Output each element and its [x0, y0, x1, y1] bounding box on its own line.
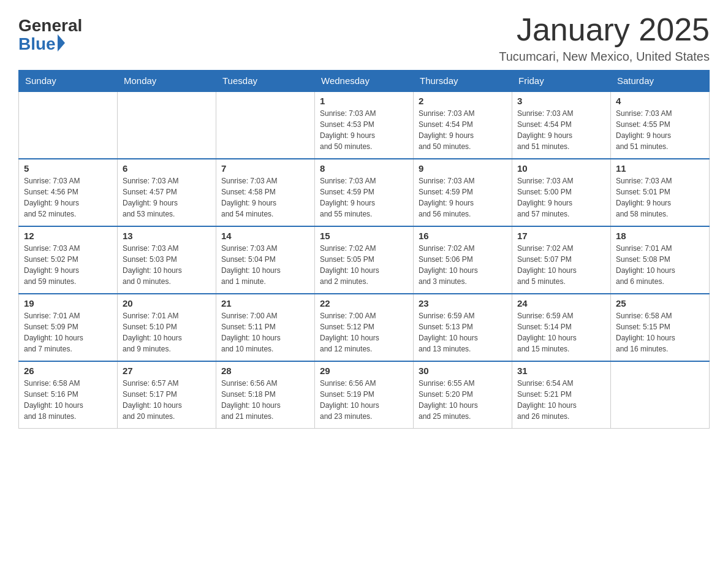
weekday-header-row: SundayMondayTuesdayWednesdayThursdayFrid…: [19, 71, 710, 92]
calendar-subtitle: Tucumcari, New Mexico, United States: [499, 50, 710, 64]
day-number: 7: [221, 163, 309, 174]
calendar-cell: 25Sunrise: 6:58 AM Sunset: 5:15 PM Dayli…: [611, 294, 710, 361]
day-info: Sunrise: 6:56 AM Sunset: 5:19 PM Dayligh…: [320, 378, 408, 422]
calendar-cell: 14Sunrise: 7:03 AM Sunset: 5:04 PM Dayli…: [216, 226, 315, 294]
weekday-header-sunday: Sunday: [19, 71, 118, 92]
logo: General Blue: [18, 17, 82, 54]
day-number: 1: [320, 96, 408, 106]
weekday-header-friday: Friday: [512, 71, 611, 92]
calendar-cell: 16Sunrise: 7:02 AM Sunset: 5:06 PM Dayli…: [414, 226, 512, 294]
calendar-cell: 1Sunrise: 7:03 AM Sunset: 4:53 PM Daylig…: [315, 91, 414, 159]
calendar-cell: 31Sunrise: 6:54 AM Sunset: 5:21 PM Dayli…: [512, 361, 611, 429]
calendar-cell: 11Sunrise: 7:03 AM Sunset: 5:01 PM Dayli…: [611, 159, 710, 226]
calendar-cell: 30Sunrise: 6:55 AM Sunset: 5:20 PM Dayli…: [414, 361, 512, 429]
day-info: Sunrise: 7:01 AM Sunset: 5:09 PM Dayligh…: [24, 310, 112, 354]
day-info: Sunrise: 6:59 AM Sunset: 5:14 PM Dayligh…: [517, 310, 605, 354]
calendar-cell: [118, 91, 216, 159]
calendar-cell: 6Sunrise: 7:03 AM Sunset: 4:57 PM Daylig…: [118, 159, 216, 226]
calendar-cell: [216, 91, 315, 159]
calendar-cell: 27Sunrise: 6:57 AM Sunset: 5:17 PM Dayli…: [118, 361, 216, 429]
calendar-cell: 26Sunrise: 6:58 AM Sunset: 5:16 PM Dayli…: [19, 361, 118, 429]
calendar-cell: 13Sunrise: 7:03 AM Sunset: 5:03 PM Dayli…: [118, 226, 216, 294]
calendar-cell: 23Sunrise: 6:59 AM Sunset: 5:13 PM Dayli…: [414, 294, 512, 361]
calendar-cell: 28Sunrise: 6:56 AM Sunset: 5:18 PM Dayli…: [216, 361, 315, 429]
day-info: Sunrise: 7:03 AM Sunset: 4:54 PM Dayligh…: [419, 108, 507, 152]
calendar-cell: 15Sunrise: 7:02 AM Sunset: 5:05 PM Dayli…: [315, 226, 414, 294]
day-info: Sunrise: 6:55 AM Sunset: 5:20 PM Dayligh…: [419, 378, 507, 422]
weekday-header-wednesday: Wednesday: [315, 71, 414, 92]
weekday-header-monday: Monday: [118, 71, 216, 92]
calendar-cell: 10Sunrise: 7:03 AM Sunset: 5:00 PM Dayli…: [512, 159, 611, 226]
calendar-cell: 4Sunrise: 7:03 AM Sunset: 4:55 PM Daylig…: [611, 91, 710, 159]
day-info: Sunrise: 6:59 AM Sunset: 5:13 PM Dayligh…: [419, 310, 507, 354]
calendar-cell: 8Sunrise: 7:03 AM Sunset: 4:59 PM Daylig…: [315, 159, 414, 226]
day-info: Sunrise: 7:03 AM Sunset: 4:53 PM Dayligh…: [320, 108, 408, 152]
day-info: Sunrise: 7:01 AM Sunset: 5:10 PM Dayligh…: [123, 310, 211, 354]
calendar-cell: 9Sunrise: 7:03 AM Sunset: 4:59 PM Daylig…: [414, 159, 512, 226]
day-number: 27: [123, 366, 211, 376]
calendar-cell: 5Sunrise: 7:03 AM Sunset: 4:56 PM Daylig…: [19, 159, 118, 226]
day-number: 3: [517, 96, 605, 106]
day-number: 9: [419, 163, 507, 174]
calendar-cell: 29Sunrise: 6:56 AM Sunset: 5:19 PM Dayli…: [315, 361, 414, 429]
day-number: 21: [221, 298, 309, 308]
day-number: 10: [517, 163, 605, 174]
calendar-cell: 2Sunrise: 7:03 AM Sunset: 4:54 PM Daylig…: [414, 91, 512, 159]
day-number: 2: [419, 96, 507, 106]
day-info: Sunrise: 7:03 AM Sunset: 5:03 PM Dayligh…: [123, 243, 211, 287]
calendar-cell: [611, 361, 710, 429]
day-number: 11: [616, 163, 704, 174]
day-info: Sunrise: 7:01 AM Sunset: 5:08 PM Dayligh…: [616, 243, 704, 287]
calendar-title: January 2025: [499, 12, 710, 47]
calendar-cell: 12Sunrise: 7:03 AM Sunset: 5:02 PM Dayli…: [19, 226, 118, 294]
day-info: Sunrise: 7:02 AM Sunset: 5:06 PM Dayligh…: [419, 243, 507, 287]
calendar-cell: 22Sunrise: 7:00 AM Sunset: 5:12 PM Dayli…: [315, 294, 414, 361]
calendar-cell: 21Sunrise: 7:00 AM Sunset: 5:11 PM Dayli…: [216, 294, 315, 361]
day-number: 31: [517, 366, 605, 376]
day-number: 13: [123, 231, 211, 241]
day-info: Sunrise: 6:56 AM Sunset: 5:18 PM Dayligh…: [221, 378, 309, 422]
calendar-week-row: 12Sunrise: 7:03 AM Sunset: 5:02 PM Dayli…: [19, 226, 710, 294]
day-number: 15: [320, 231, 408, 241]
calendar-week-row: 26Sunrise: 6:58 AM Sunset: 5:16 PM Dayli…: [19, 361, 710, 429]
logo-triangle-icon: [58, 34, 65, 52]
day-info: Sunrise: 6:57 AM Sunset: 5:17 PM Dayligh…: [123, 378, 211, 422]
day-number: 5: [24, 163, 112, 174]
calendar-cell: 3Sunrise: 7:03 AM Sunset: 4:54 PM Daylig…: [512, 91, 611, 159]
day-info: Sunrise: 7:03 AM Sunset: 4:59 PM Dayligh…: [419, 175, 507, 220]
day-info: Sunrise: 7:02 AM Sunset: 5:07 PM Dayligh…: [517, 243, 605, 287]
calendar-cell: 18Sunrise: 7:01 AM Sunset: 5:08 PM Dayli…: [611, 226, 710, 294]
day-info: Sunrise: 7:03 AM Sunset: 5:04 PM Dayligh…: [221, 243, 309, 287]
day-number: 30: [419, 366, 507, 376]
day-number: 16: [419, 231, 507, 241]
day-info: Sunrise: 7:03 AM Sunset: 4:59 PM Dayligh…: [320, 175, 408, 220]
day-number: 17: [517, 231, 605, 241]
day-number: 29: [320, 366, 408, 376]
day-info: Sunrise: 7:03 AM Sunset: 4:57 PM Dayligh…: [123, 175, 211, 220]
day-number: 20: [123, 298, 211, 308]
day-info: Sunrise: 7:03 AM Sunset: 4:58 PM Dayligh…: [221, 175, 309, 220]
calendar-cell: [19, 91, 118, 159]
day-info: Sunrise: 7:03 AM Sunset: 5:00 PM Dayligh…: [517, 175, 605, 220]
day-number: 18: [616, 231, 704, 241]
title-section: January 2025 Tucumcari, New Mexico, Unit…: [499, 12, 710, 64]
day-number: 25: [616, 298, 704, 308]
weekday-header-tuesday: Tuesday: [216, 71, 315, 92]
calendar-week-row: 1Sunrise: 7:03 AM Sunset: 4:53 PM Daylig…: [19, 91, 710, 159]
day-number: 23: [419, 298, 507, 308]
weekday-header-saturday: Saturday: [611, 71, 710, 92]
calendar-cell: 24Sunrise: 6:59 AM Sunset: 5:14 PM Dayli…: [512, 294, 611, 361]
day-info: Sunrise: 7:03 AM Sunset: 4:55 PM Dayligh…: [616, 108, 704, 152]
day-info: Sunrise: 7:00 AM Sunset: 5:11 PM Dayligh…: [221, 310, 309, 354]
calendar-cell: 20Sunrise: 7:01 AM Sunset: 5:10 PM Dayli…: [118, 294, 216, 361]
day-info: Sunrise: 7:03 AM Sunset: 4:56 PM Dayligh…: [24, 175, 112, 220]
day-info: Sunrise: 7:03 AM Sunset: 4:54 PM Dayligh…: [517, 108, 605, 152]
day-number: 22: [320, 298, 408, 308]
day-number: 12: [24, 231, 112, 241]
calendar-cell: 19Sunrise: 7:01 AM Sunset: 5:09 PM Dayli…: [19, 294, 118, 361]
day-number: 28: [221, 366, 309, 376]
weekday-header-thursday: Thursday: [414, 71, 512, 92]
calendar-table: SundayMondayTuesdayWednesdayThursdayFrid…: [18, 70, 710, 429]
day-number: 8: [320, 163, 408, 174]
page-header: General Blue January 2025 Tucumcari, New…: [18, 12, 710, 64]
